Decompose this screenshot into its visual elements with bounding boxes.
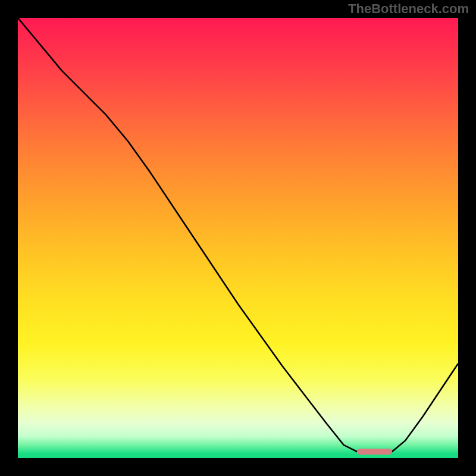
curve-svg — [18, 18, 458, 458]
chart-container: TheBottleneck.com — [0, 0, 476, 476]
optimum-marker — [357, 449, 392, 455]
watermark-text: TheBottleneck.com — [348, 1, 469, 17]
bottleneck-curve — [18, 18, 458, 452]
plot-area — [18, 18, 458, 458]
